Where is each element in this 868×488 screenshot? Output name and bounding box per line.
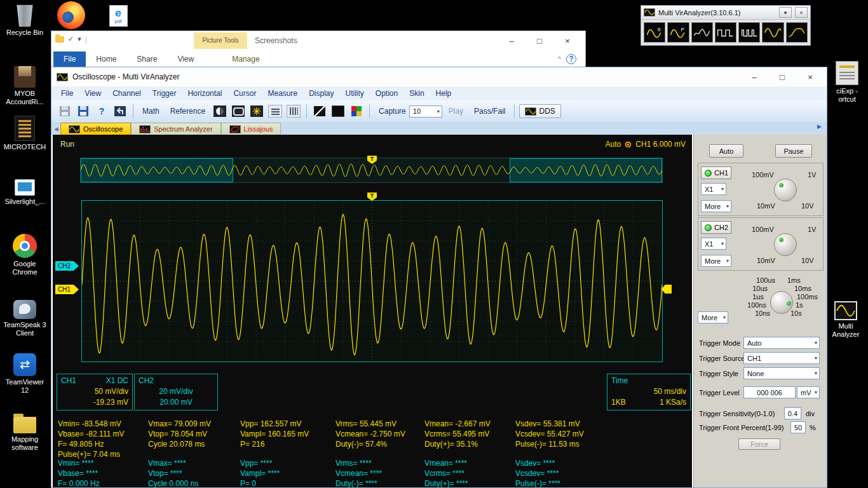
quick-access-check-icon[interactable]: ✓ [68,35,74,43]
ribbon-collapse-icon[interactable]: ^ [558,55,561,63]
trigger-sensitivity-input[interactable]: 0.4 [784,407,801,419]
tab-spectrum-analyzer[interactable]: Spectrum Analyzer [131,123,220,135]
osc-titlebar[interactable]: Oscilloscope - Multi VirAnalyzer – □ × [51,67,827,86]
tab-oscilloscope[interactable]: Oscilloscope [60,123,131,135]
dds-button[interactable]: DDS [519,104,560,118]
ch2-position-marker[interactable]: CH2 [55,261,79,271]
timebase-option[interactable]: 1ms [787,276,801,284]
launcher-button-sine-wave[interactable] [762,22,783,43]
ch1-more-select[interactable]: More▾ [701,200,731,212]
passfail-button[interactable]: Pass/Fail [470,105,510,118]
ch2-enable-button[interactable]: CH2 [701,221,731,234]
launcher-button-pulse-train[interactable] [738,22,760,43]
color-button[interactable] [348,104,365,119]
math-button[interactable]: Math [138,105,164,118]
minimize-button[interactable]: – [740,67,768,86]
starburst-button[interactable] [248,104,265,119]
launcher-close-button[interactable]: × [795,7,808,18]
ch1-enable-button[interactable]: CH1 [701,166,731,179]
desktop-icon-microtech[interactable]: MICROTECH [1,116,48,151]
ch1-probe-select[interactable]: X1▾ [701,183,726,195]
keypad-button[interactable] [285,104,302,119]
desktop-icon-firefox[interactable] [55,1,88,31]
launcher-button-oscilloscope-p[interactable]: P [667,22,689,43]
reference-button[interactable]: Reference [166,105,210,118]
save-button[interactable] [75,104,92,119]
trigger-source-select[interactable]: CH1▾ [743,352,820,364]
folder-icon[interactable] [55,36,64,43]
timebase-option[interactable]: 100ns [728,301,766,309]
quick-access-customize-icon[interactable]: ▾ [78,35,81,43]
explorer-tab-manage[interactable]: Manage [222,51,269,67]
trigger-style-select[interactable]: None▾ [743,367,820,379]
menu-view[interactable]: View [79,87,107,100]
pen-button[interactable] [311,104,328,119]
desktop-icon-mapping[interactable]: Mapping software [1,412,48,452]
maximize-button[interactable]: □ [768,67,796,86]
desktop-icon-multi-analyzer[interactable]: Multi Analyzer [826,301,865,339]
open-button[interactable] [57,104,73,119]
explorer-help-icon[interactable]: ? [566,54,576,64]
menu-utility[interactable]: Utility [340,87,370,100]
timebase-option[interactable]: 100ms [797,293,818,301]
desktop-icon-edge-pdf[interactable]: e pdf [107,5,130,29]
explorer-tab-home[interactable]: Home [86,51,126,67]
tab-scroll-left-icon[interactable]: ◀ [54,126,60,135]
menu-trigger[interactable]: Trigger [147,87,182,100]
menu-help[interactable]: Help [430,87,458,100]
menu-skin[interactable]: Skin [403,87,430,100]
explorer-tab-share[interactable]: Share [126,51,167,67]
back-button[interactable] [112,104,128,119]
timebase-more-select[interactable]: More▾ [698,311,728,323]
tab-lissajous[interactable]: Lissajous [221,123,281,135]
launcher-dropdown-button[interactable]: ▾ [779,7,792,18]
capture-select[interactable]: 10▾ [409,105,442,118]
explorer-minimize-button[interactable]: – [498,32,526,49]
ch2-probe-select[interactable]: X1▾ [701,238,726,250]
launcher-button-handwriting[interactable] [691,22,713,43]
timebase-option[interactable]: 1s [796,301,803,309]
desktop-icon-chrome[interactable]: Google Chrome [1,234,48,276]
desktop-icon-teamviewer[interactable]: ⇄TeamViewer 12 [1,353,48,395]
background-button[interactable] [330,104,346,119]
menu-option[interactable]: Option [370,87,403,100]
menu-channel[interactable]: Channel [107,87,147,100]
timebase-option[interactable]: 100us [737,276,775,284]
timebase-knob[interactable] [770,291,793,314]
menu-file[interactable]: File [55,87,79,100]
pause-button[interactable]: Pause [775,144,812,158]
explorer-tab-file[interactable]: File [53,51,86,67]
menu-horizontal[interactable]: Horizontal [182,87,227,100]
ch2-more-select[interactable]: More▾ [701,255,731,267]
explorer-tab-view[interactable]: View [167,51,204,67]
play-button[interactable]: Play [444,105,468,118]
desktop-icon-teamspeak[interactable]: TeamSpeak 3 Client [1,300,48,337]
menu-display[interactable]: Display [303,87,339,100]
trigger-level-unit-select[interactable]: mV▾ [797,386,820,398]
timebase-option[interactable]: 10ms [794,285,811,292]
timebase-option[interactable]: 1us [726,293,764,301]
ch2-volts-knob[interactable] [774,233,797,256]
tab-scroll-right-icon[interactable]: ▶ [817,123,824,132]
calculator-button[interactable] [267,104,283,119]
help-button[interactable]: ? [93,104,110,119]
timebase-option[interactable]: 10s [790,309,802,317]
trigger-level-input[interactable]: 000 006 [743,386,796,398]
menu-measure[interactable]: Measure [262,87,303,100]
close-button[interactable]: × [796,67,824,86]
explorer-titlebar[interactable]: ✓ ▾ | Picture Tools Screenshots – □ × [51,31,585,50]
launcher-button-square-wave[interactable] [715,22,736,43]
force-button[interactable]: Force [738,438,780,450]
auto-button[interactable]: Auto [709,144,743,158]
timebase-option[interactable]: 10us [729,285,768,292]
persistence-button[interactable] [230,104,247,119]
launcher-button-ramp-wave[interactable] [786,22,808,43]
phase-button[interactable] [212,104,228,119]
timebase-option[interactable]: 10ns [732,309,770,317]
launcher-titlebar[interactable]: Multi VirAnalyzer(3.10.6.1) ▾ × [641,6,810,20]
ch1-volts-knob[interactable] [774,179,797,201]
ch1-position-marker[interactable]: CH1 [55,285,79,294]
trigger-front-input[interactable]: 50 [790,421,806,433]
menu-cursor[interactable]: Cursor [227,87,262,100]
desktop-icon-ciexp[interactable]: ciExp - ortcut [829,61,865,104]
